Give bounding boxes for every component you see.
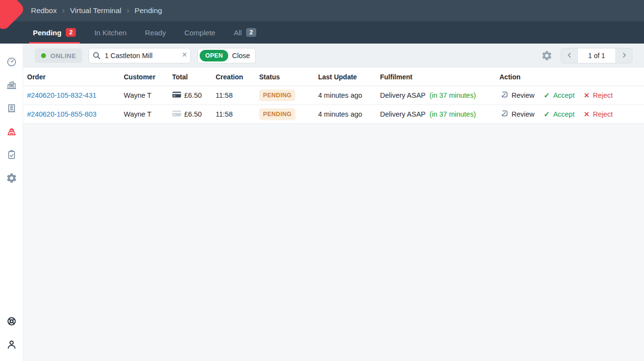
close-store-label: Close: [232, 52, 250, 60]
cash-register-icon: [6, 126, 17, 137]
review-document-icon: [499, 109, 508, 120]
online-status-chip: ONLINE: [35, 48, 82, 63]
tab-all[interactable]: All 2: [232, 21, 258, 44]
top-header-bar: Redbox › Virtual Terminal › Pending: [0, 0, 644, 21]
check-icon: ✓: [544, 91, 550, 100]
sidebar-item-venue[interactable]: [6, 79, 17, 91]
accept-button[interactable]: ✓ Accept: [544, 91, 575, 100]
column-header-fulfilment: Fulfilment: [380, 73, 499, 81]
order-row: #240620-105-855-803 Wayne T £6.50 11:58 …: [23, 105, 644, 124]
gear-icon: [6, 172, 17, 184]
review-button[interactable]: Review: [499, 90, 535, 101]
order-number-link[interactable]: #240620-105-855-803: [27, 110, 97, 118]
breadcrumb-separator-icon: ›: [62, 6, 64, 15]
review-button[interactable]: Review: [499, 109, 535, 120]
review-label: Review: [512, 91, 535, 99]
column-header-last-update: Last Update: [318, 73, 380, 81]
status-badge: PENDING: [259, 108, 295, 120]
creation-time: 11:58: [216, 91, 259, 99]
search-input[interactable]: [88, 48, 191, 63]
order-row: #240620-105-832-431 Wayne T £6.50 11:58 …: [23, 86, 644, 105]
sidebar-item-receipts[interactable]: [6, 103, 17, 114]
clipboard-check-icon: [6, 149, 17, 161]
x-icon: ✕: [584, 91, 589, 99]
customer-name: Wayne T: [124, 110, 172, 118]
order-total: £6.50: [184, 91, 202, 99]
life-ring-icon: [6, 316, 17, 327]
gauge-icon: [6, 56, 17, 68]
tab-complete[interactable]: Complete: [182, 21, 217, 44]
clear-search-icon[interactable]: ✕: [182, 51, 188, 59]
accept-label: Accept: [553, 110, 574, 118]
reject-label: Reject: [593, 110, 613, 118]
building-icon: [6, 79, 17, 91]
tab-in-kitchen-label: In Kitchen: [94, 29, 127, 37]
column-header-status: Status: [259, 73, 318, 81]
column-header-action: Action: [499, 73, 644, 81]
column-header-customer: Customer: [124, 73, 172, 81]
tab-all-label: All: [234, 29, 242, 37]
breadcrumb-item-redbox[interactable]: Redbox: [31, 6, 57, 15]
reject-button[interactable]: ✕ Reject: [584, 91, 613, 99]
search-box: ✕: [88, 48, 191, 63]
sidebar-item-orders[interactable]: [6, 149, 17, 161]
last-update: 4 minutes ago: [318, 91, 380, 99]
chevron-left-icon: [566, 52, 573, 60]
column-header-total: Total: [172, 73, 216, 81]
sidebar-item-virtual-terminal[interactable]: [6, 126, 17, 137]
status-badge: PENDING: [259, 90, 295, 101]
sidebar: [0, 44, 23, 361]
breadcrumb-item-pending[interactable]: Pending: [134, 6, 162, 15]
reject-label: Reject: [593, 91, 613, 99]
fulfilment-type: Delivery ASAP: [380, 91, 425, 99]
person-icon: [6, 339, 17, 350]
receipt-icon: [6, 103, 17, 114]
check-icon: ✓: [544, 110, 550, 119]
tab-complete-label: Complete: [184, 29, 215, 37]
toolbar-right-group: 1 of 1: [541, 48, 632, 63]
tab-pending-count-badge: 2: [66, 28, 76, 37]
store-open-close-button[interactable]: OPEN Close: [197, 48, 256, 63]
breadcrumb-item-virtual-terminal[interactable]: Virtual Terminal: [70, 6, 121, 15]
fulfilment-type: Delivery ASAP: [380, 110, 425, 118]
next-page-button[interactable]: [616, 48, 632, 63]
search-icon: [92, 51, 101, 62]
previous-page-button[interactable]: [561, 48, 577, 63]
pagination-control: 1 of 1: [561, 48, 632, 63]
payment-card-icon: [172, 91, 181, 99]
online-dot-icon: [41, 53, 46, 58]
orders-toolbar: ONLINE ✕ OPEN Close: [23, 44, 644, 68]
chevron-right-icon: [621, 52, 628, 60]
payment-card-icon: [172, 110, 181, 118]
order-total: £6.50: [184, 110, 202, 118]
page-indicator[interactable]: 1 of 1: [577, 48, 616, 63]
column-header-order: Order: [27, 73, 124, 81]
sidebar-item-help[interactable]: [6, 316, 17, 327]
settings-gear-icon[interactable]: [541, 50, 553, 61]
customer-name: Wayne T: [124, 91, 172, 99]
fulfilment-eta: (in 37 minutes): [429, 110, 476, 118]
order-number-link[interactable]: #240620-105-832-431: [27, 91, 97, 99]
sidebar-item-settings[interactable]: [6, 172, 17, 184]
sidebar-item-account[interactable]: [6, 339, 17, 350]
creation-time: 11:58: [216, 110, 259, 118]
tab-pending[interactable]: Pending 2: [31, 21, 78, 44]
last-update: 4 minutes ago: [318, 110, 380, 118]
sidebar-item-dashboard[interactable]: [6, 56, 17, 68]
open-status-badge: OPEN: [200, 50, 228, 61]
x-icon: ✕: [584, 110, 589, 118]
online-status-label: ONLINE: [50, 52, 76, 60]
column-header-creation: Creation: [216, 73, 259, 81]
tab-ready[interactable]: Ready: [143, 21, 168, 44]
table-header-row: Order Customer Total Creation Status Las…: [23, 68, 644, 86]
tab-all-count-badge: 2: [246, 28, 256, 37]
review-document-icon: [499, 90, 508, 101]
reject-button[interactable]: ✕ Reject: [584, 110, 613, 118]
tab-bar: Pending 2 In Kitchen Ready Complete All …: [0, 21, 644, 44]
accept-button[interactable]: ✓ Accept: [544, 110, 575, 119]
breadcrumb-separator-icon: ›: [127, 6, 129, 15]
accept-label: Accept: [553, 91, 574, 99]
tab-in-kitchen[interactable]: In Kitchen: [92, 21, 129, 44]
orders-table: Order Customer Total Creation Status Las…: [23, 68, 644, 124]
tab-ready-label: Ready: [145, 29, 166, 37]
